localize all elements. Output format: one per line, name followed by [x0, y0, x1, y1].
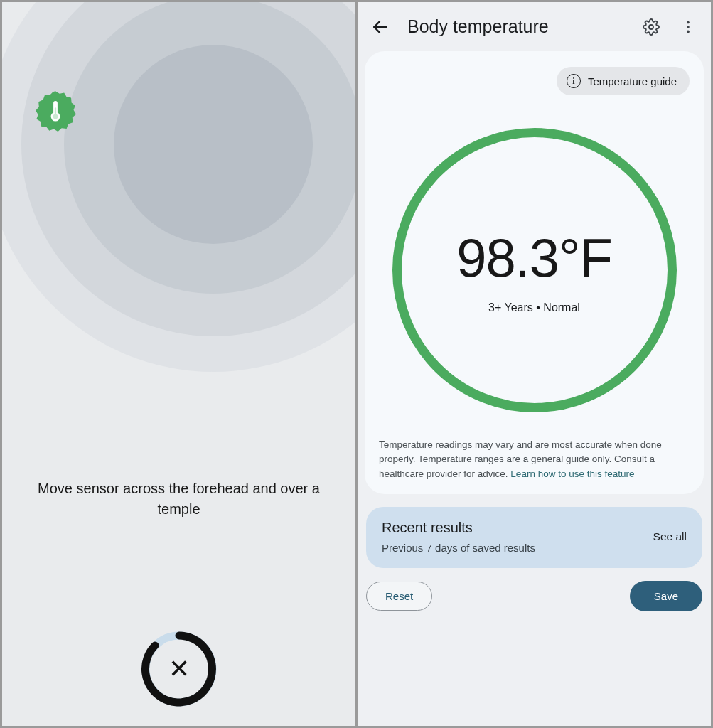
thermometer-badge-icon: [35, 90, 76, 132]
gear-icon[interactable]: [641, 17, 661, 37]
recent-subtitle: Previous 7 days of saved results: [382, 542, 535, 554]
footer-buttons: Reset Save: [366, 581, 702, 611]
cancel-scan-button[interactable]: ✕: [136, 626, 222, 712]
learn-link[interactable]: Learn how to use this feature: [510, 469, 634, 479]
reset-button[interactable]: Reset: [366, 582, 432, 611]
more-vert-icon[interactable]: [678, 17, 698, 37]
proximity-ripples: [2, 2, 355, 372]
see-all-link[interactable]: See all: [653, 530, 687, 543]
svg-point-8: [687, 26, 690, 28]
svg-point-9: [687, 30, 690, 33]
scan-instruction-text: Move sensor across the forehead and over…: [2, 478, 355, 520]
svg-point-3: [53, 114, 58, 119]
result-screen: Body temperature i Temperature guide 98.…: [358, 2, 711, 726]
back-icon[interactable]: [370, 17, 390, 37]
save-button[interactable]: Save: [630, 581, 702, 611]
info-icon: i: [567, 74, 581, 88]
temperature-guide-chip[interactable]: i Temperature guide: [557, 67, 690, 95]
page-title: Body temperature: [407, 16, 624, 37]
app-bar: Body temperature: [358, 2, 711, 47]
svg-point-7: [687, 21, 690, 23]
recent-title: Recent results: [382, 520, 535, 536]
close-icon: ✕: [168, 656, 190, 682]
temperature-value: 98.3°F: [456, 227, 612, 289]
scan-screen: Move sensor across the forehead and over…: [2, 2, 355, 726]
recent-results-card[interactable]: Recent results Previous 7 days of saved …: [366, 507, 702, 568]
disclaimer-text: Temperature readings may vary and are mo…: [379, 438, 690, 481]
reading-ring: 98.3°F 3+ Years • Normal: [392, 128, 677, 412]
guide-chip-label: Temperature guide: [588, 75, 677, 87]
reading-card: i Temperature guide 98.3°F 3+ Years • No…: [365, 51, 704, 494]
svg-point-6: [649, 25, 653, 29]
temperature-subtext: 3+ Years • Normal: [488, 301, 580, 314]
